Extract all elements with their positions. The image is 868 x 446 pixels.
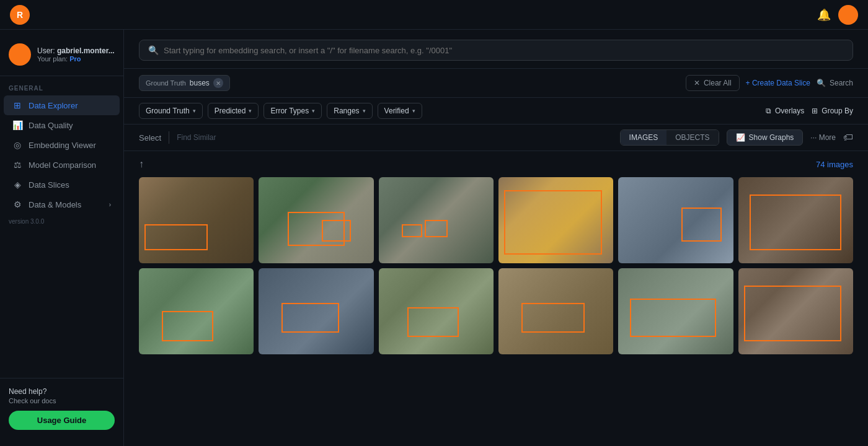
image-card[interactable] [259,177,373,263]
sidebar-item-model-comparison[interactable]: ⚖ Model Comparison [4,155,120,175]
image-card[interactable] [139,177,254,263]
sidebar-item-data-models[interactable]: ⚙ Data & Models › [4,195,120,214]
username: User: gabriel.monter... [37,46,115,55]
sort-icon[interactable]: ↑ [139,159,144,170]
select-button[interactable]: Select [139,131,161,145]
sidebar-section-general: GENERAL [0,76,123,95]
app-logo[interactable]: R [10,5,30,25]
image-card[interactable] [379,177,494,263]
bounding-box [744,286,842,341]
sidebar-item-label: Model Comparison [29,160,96,170]
find-similar-button[interactable]: Find Similar [177,133,216,142]
sidebar-footer: Need help? Check our docs Usage Guide [0,378,123,439]
settings-icon: ⚙ [12,199,22,209]
image-card[interactable] [618,177,733,263]
chart-icon: 📊 [12,120,22,130]
user-avatar[interactable] [838,5,858,25]
view-controls: ⧉ Overlays ⊞ Group By [766,107,853,115]
filter-chip-value: buses [190,79,210,87]
sidebar-item-data-explorer[interactable]: ⊞ Data Explorer [4,95,120,115]
bounding-box [288,212,345,247]
image-grid [139,177,853,354]
chevron-down-icon: ▾ [363,108,366,114]
toolbar-divider [169,131,169,144]
image-card[interactable] [618,268,733,354]
verified-dropdown[interactable]: Verified ▾ [378,103,422,119]
notification-bell-icon[interactable]: 🔔 [817,8,831,22]
search-input[interactable] [164,46,844,55]
slice-icon: ◈ [12,180,22,190]
search-icon: 🔍 [148,45,159,55]
create-data-slice-button[interactable]: + Create Data Slice [746,79,810,87]
filter-chip-label: Ground Truth [146,79,186,87]
close-icon[interactable]: ✕ [213,78,223,88]
bounding-box [162,311,213,341]
x-icon: ✕ [694,79,700,87]
ranges-dropdown[interactable]: Ranges ▾ [327,103,372,119]
bounding-box [144,224,208,250]
bounding-box [322,220,350,242]
grid-icon: ⊞ [12,100,22,110]
group-icon: ⊞ [812,107,818,115]
image-gallery: ↑ 74 images [124,151,868,446]
bounding-box [521,303,585,333]
bounding-box [504,190,602,255]
sidebar-item-embedding-viewer[interactable]: ◎ Embedding Viewer [4,135,120,155]
filter-chip-ground-truth-buses: Ground Truth buses ✕ [139,75,230,91]
predicted-dropdown[interactable]: Predicted ▾ [208,103,259,119]
search-small-icon: 🔍 [817,79,826,87]
topbar-right: 🔔 [817,5,858,25]
overlays-button[interactable]: ⧉ Overlays [766,107,804,115]
chevron-down-icon: ▾ [312,108,315,114]
chevron-down-icon: ▾ [412,108,415,114]
sidebar-item-data-slices[interactable]: ◈ Data Slices [4,175,120,195]
topbar: R 🔔 [0,0,868,30]
search-section: 🔍 [124,30,868,69]
image-card[interactable] [498,177,613,263]
error-types-dropdown[interactable]: Error Types ▾ [264,103,322,119]
graph-icon: 📈 [736,133,745,142]
bounding-box [425,220,448,237]
bounding-box [630,299,716,338]
sidebar-item-label: Data Quality [29,121,73,130]
tag-button[interactable]: 🏷 [843,132,853,143]
avatar [9,43,31,66]
compare-icon: ⚖ [12,160,22,170]
sidebar-item-label: Data & Models [29,200,81,209]
bounding-box [681,208,722,242]
search-button[interactable]: 🔍 Search [817,79,853,87]
sidebar-item-label: Data Slices [29,180,69,190]
bounding-box [407,307,459,338]
bounding-box [281,303,339,333]
more-button[interactable]: ··· More [810,133,836,142]
show-graphs-button[interactable]: 📈 Show Graphs [727,129,804,146]
filter-bar: Ground Truth buses ✕ ✕ Clear All + Creat… [124,69,868,98]
image-card[interactable] [379,268,494,354]
view-tab-group: IMAGES OBJECTS [620,129,719,146]
filter-tags: Ground Truth buses ✕ [139,75,680,91]
image-card[interactable] [498,268,613,354]
image-card[interactable] [738,177,853,263]
docs-link[interactable]: Check our docs [9,397,115,404]
clear-all-button[interactable]: ✕ Clear All [686,75,740,91]
user-profile: User: gabriel.monter... Your plan: Pro [0,37,123,76]
filter-actions: ✕ Clear All + Create Data Slice 🔍 Search [686,75,853,91]
sidebar-item-label: Data Explorer [29,101,78,110]
toolbar: Select Find Similar IMAGES OBJECTS 📈 Sho… [124,125,868,151]
image-card[interactable] [738,268,853,354]
search-input-wrap: 🔍 [139,40,853,61]
bounding-box [402,224,422,237]
content-header: ↑ 74 images [139,159,853,170]
ground-truth-dropdown[interactable]: Ground Truth ▾ [139,103,203,119]
help-label: Need help? [9,387,115,396]
image-card[interactable] [259,268,373,354]
sidebar-item-data-quality[interactable]: 📊 Data Quality [4,115,120,135]
chevron-down-icon: ▾ [249,108,252,114]
layers-icon: ⧉ [766,107,771,115]
tab-images[interactable]: IMAGES [621,130,667,145]
tab-objects[interactable]: OBJECTS [666,130,718,145]
group-by-button[interactable]: ⊞ Group By [812,107,853,115]
image-card[interactable] [139,268,254,354]
user-info: User: gabriel.monter... Your plan: Pro [37,46,115,63]
usage-guide-button[interactable]: Usage Guide [9,411,115,430]
